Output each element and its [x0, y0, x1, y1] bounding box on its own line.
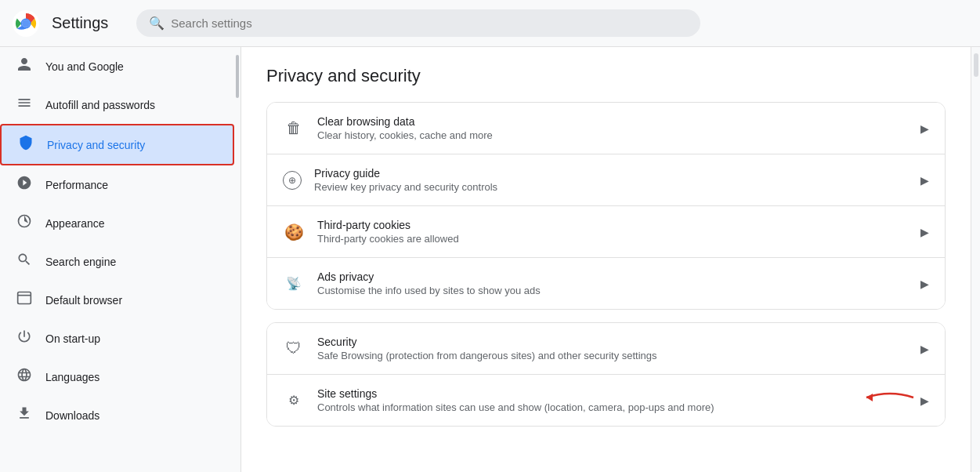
languages-icon — [16, 367, 32, 383]
ads-privacy-row[interactable]: 📡 Ads privacy Customise the info used by… — [267, 258, 945, 309]
privacy-guide-title: Privacy guide — [314, 167, 908, 180]
chrome-logo-icon — [13, 10, 39, 37]
ads-privacy-subtitle: Customise the info used by sites to show… — [317, 285, 908, 296]
clear-browsing-icon: 🗑 — [283, 119, 305, 137]
right-scroll-thumb — [974, 53, 978, 77]
performance-icon — [16, 175, 32, 191]
clear-browsing-subtitle: Clear history, cookies, cache and more — [317, 129, 908, 141]
search-input[interactable] — [171, 16, 688, 30]
search-engine-icon — [16, 252, 32, 267]
sidebar-item-languages[interactable]: Languages — [0, 358, 234, 396]
search-bar[interactable]: 🔍 — [136, 9, 700, 37]
sidebar: You and Google Autofill and passwords Pr… — [0, 47, 241, 472]
sidebar-label-autofill: Autofill and passwords — [45, 99, 155, 111]
chevron-right-icon: ▶ — [920, 174, 929, 187]
sidebar-label-you-and-google: You and Google — [45, 60, 124, 73]
sidebar-item-downloads[interactable]: Downloads — [0, 396, 234, 434]
privacy-guide-icon: ⊕ — [283, 171, 302, 190]
default-browser-icon — [16, 290, 32, 306]
ads-privacy-text: Ads privacy Customise the info used by s… — [317, 270, 908, 296]
privacy-guide-text: Privacy guide Review key privacy and sec… — [314, 167, 908, 193]
site-settings-row[interactable]: ⚙ Site settings Controls what informatio… — [267, 375, 945, 426]
svg-rect-8 — [18, 292, 31, 304]
sidebar-label-search-engine: Search engine — [45, 256, 116, 268]
sidebar-label-languages: Languages — [45, 371, 99, 383]
sidebar-item-performance[interactable]: Performance — [0, 165, 234, 204]
privacy-guide-row[interactable]: ⊕ Privacy guide Review key privacy and s… — [267, 154, 945, 206]
content-title: Privacy and security — [266, 66, 946, 86]
appearance-icon — [16, 213, 32, 229]
security-subtitle: Safe Browsing (protection from dangerous… — [317, 350, 908, 361]
right-scrollbar[interactable] — [971, 47, 980, 472]
settings-card-1: 🗑 Clear browsing data Clear history, coo… — [266, 102, 946, 310]
content-area: Privacy and security 🗑 Clear browsing da… — [241, 47, 971, 472]
third-party-cookies-title: Third-party cookies — [317, 219, 908, 231]
chevron-right-icon: ▶ — [920, 343, 929, 355]
sidebar-item-default-browser[interactable]: Default browser — [0, 281, 234, 319]
security-icon: 🛡 — [283, 339, 305, 358]
autofill-icon — [16, 95, 32, 111]
downloads-icon — [16, 405, 32, 421]
site-settings-subtitle: Controls what information sites can use … — [317, 401, 908, 413]
settings-card-2: 🛡 Security Safe Browsing (protection fro… — [266, 322, 946, 427]
sidebar-label-performance: Performance — [45, 179, 108, 191]
third-party-cookies-subtitle: Third-party cookies are allowed — [317, 233, 908, 245]
site-settings-icon: ⚙ — [283, 393, 305, 408]
settings-title: Settings — [52, 14, 108, 32]
sidebar-item-autofill[interactable]: Autofill and passwords — [0, 85, 234, 124]
chevron-right-icon: ▶ — [920, 122, 929, 135]
chevron-right-icon: ▶ — [920, 278, 929, 290]
privacy-guide-subtitle: Review key privacy and security controls — [314, 181, 908, 193]
header: .chrome-logo { display: none; } .chrome-… — [0, 0, 980, 47]
sidebar-label-default-browser: Default browser — [45, 294, 122, 307]
chevron-right-icon: ▶ — [920, 394, 929, 407]
person-icon — [16, 56, 32, 72]
sidebar-item-on-startup[interactable]: On start-up — [0, 319, 234, 358]
ads-privacy-icon: 📡 — [283, 276, 305, 291]
clear-browsing-text: Clear browsing data Clear history, cooki… — [317, 115, 908, 141]
third-party-cookies-row[interactable]: 🍪 Third-party cookies Third-party cookie… — [267, 206, 945, 258]
sidebar-label-privacy-security: Privacy and security — [47, 139, 145, 151]
clear-browsing-row[interactable]: 🗑 Clear browsing data Clear history, coo… — [267, 103, 945, 154]
third-party-cookies-text: Third-party cookies Third-party cookies … — [317, 219, 908, 245]
ads-privacy-title: Ads privacy — [317, 270, 908, 283]
security-row[interactable]: 🛡 Security Safe Browsing (protection fro… — [267, 323, 945, 375]
sidebar-label-on-startup: On start-up — [45, 332, 100, 345]
site-settings-title: Site settings — [317, 387, 908, 400]
site-settings-text: Site settings Controls what information … — [317, 387, 908, 413]
startup-icon — [16, 329, 32, 344]
sidebar-item-you-and-google[interactable]: You and Google — [0, 47, 234, 85]
sidebar-item-appearance[interactable]: Appearance — [0, 204, 234, 242]
shield-icon — [18, 135, 34, 151]
clear-browsing-title: Clear browsing data — [317, 115, 908, 128]
security-title: Security — [317, 336, 908, 348]
sidebar-item-search-engine[interactable]: Search engine — [0, 242, 234, 281]
security-text: Security Safe Browsing (protection from … — [317, 336, 908, 361]
sidebar-label-appearance: Appearance — [45, 217, 105, 230]
sidebar-label-downloads: Downloads — [45, 409, 99, 422]
main-content: You and Google Autofill and passwords Pr… — [0, 47, 980, 472]
svg-point-6 — [22, 20, 30, 27]
chevron-right-icon: ▶ — [920, 226, 929, 238]
cookies-icon: 🍪 — [283, 223, 305, 241]
search-icon: 🔍 — [149, 16, 165, 31]
sidebar-item-privacy-security[interactable]: Privacy and security — [0, 124, 234, 165]
